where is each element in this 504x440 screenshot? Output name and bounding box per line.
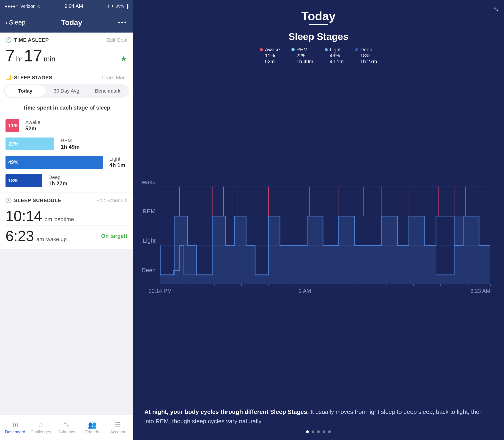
- left-content: 🕐 TIME ASLEEP Edit Goal 7 hr 17 min ★ 🌙 …: [0, 33, 133, 415]
- guidance-icon: ✎: [64, 421, 69, 429]
- nav-bar: ‹ Sleep Today •••: [0, 12, 133, 33]
- description-strong: At night, your body cycles through diffe…: [144, 408, 309, 415]
- rem-pct: 22%: [8, 141, 18, 147]
- legend-deep: Deep 18% 1h 27m: [355, 47, 377, 65]
- light-legend-dot: [325, 48, 328, 51]
- rem-name: REM: [61, 138, 80, 144]
- time-asleep-header: 🕐 TIME ASLEEP Edit Goal: [0, 33, 133, 45]
- stages-tabs: Today 30 Day Avg Benchmark: [4, 84, 129, 98]
- deep-time: 1h 27m: [49, 180, 68, 187]
- back-button[interactable]: ‹ Sleep: [5, 19, 26, 26]
- hr-unit: hr: [16, 55, 22, 63]
- page-dot-1[interactable]: [306, 430, 309, 433]
- light-legend-pct: 49%: [325, 53, 340, 59]
- light-label: Light 4h 1m: [109, 156, 125, 168]
- legend-light: Light 49% 4h 1m: [325, 47, 344, 65]
- awake-label: Awake 52m: [26, 119, 41, 132]
- page-dot-5[interactable]: [328, 430, 331, 433]
- carrier-name: Verizon: [20, 4, 36, 9]
- rem-label: REM 1h 49m: [61, 138, 80, 150]
- deep-label: Deep 1h 27m: [49, 174, 68, 187]
- schedule-title: 🕐 SLEEP SCHEDULE: [5, 198, 61, 204]
- legend-awake: Awake 11% 52m: [260, 47, 280, 65]
- friends-icon: 👥: [88, 421, 96, 429]
- page-dot-2[interactable]: [312, 430, 314, 433]
- rem-legend-time: 1h 49m: [291, 59, 313, 65]
- guidance-label: Guidance: [57, 430, 75, 435]
- wakeup-display: 6:23 am wake up On target!: [0, 226, 133, 249]
- wakeup-label: wake up: [46, 236, 67, 242]
- deep-bar: 18%: [5, 174, 42, 187]
- x-label-start: 10:14 PM: [149, 288, 172, 294]
- awake-legend-pct: 11%: [260, 53, 275, 59]
- star-icon: ★: [120, 54, 127, 64]
- bottom-tab-bar: ⊞ Dashboard ☆ Challenges ✎ Guidance 👥 Fr…: [0, 415, 133, 440]
- tab-30day[interactable]: 30 Day Avg: [46, 85, 87, 97]
- learn-more-button[interactable]: Learn More: [101, 75, 127, 81]
- legend-deep-header: Deep: [355, 47, 372, 53]
- awake-bar: 11%: [5, 119, 19, 132]
- signal-dots: ●●●●○: [5, 4, 18, 9]
- legend-rem-header: REM: [291, 47, 308, 53]
- sleep-stages-title: 🌙 SLEEP STAGES: [5, 75, 52, 81]
- title-underline: [309, 24, 327, 25]
- light-bar-row: 49% Light 4h 1m: [0, 153, 133, 171]
- sleep-schedule-card: 🕐 SLEEP SCHEDULE Edit Schedule 10:14 pm …: [0, 193, 133, 249]
- back-label: Sleep: [9, 19, 26, 26]
- legend-rem: REM 22% 1h 49m: [291, 47, 313, 65]
- page-dot-4[interactable]: [323, 430, 325, 433]
- challenges-label: Challenges: [30, 430, 51, 435]
- time-asleep-card: 🕐 TIME ASLEEP Edit Goal 7 hr 17 min ★: [0, 33, 133, 70]
- x-label-end: 6:23 AM: [470, 288, 490, 294]
- status-icons: ↑ ✦ 99% ▐: [108, 4, 128, 9]
- awake-pct: 11%: [8, 123, 18, 129]
- bedtime-display: 10:14 pm bedtime: [0, 206, 133, 225]
- tab-challenges[interactable]: ☆ Challenges: [28, 421, 54, 435]
- awake-time: 52m: [26, 125, 41, 132]
- dashboard-icon: ⊞: [12, 421, 18, 429]
- bedtime-ampm: pm: [44, 216, 52, 222]
- deep-legend-pct: 18%: [355, 53, 370, 59]
- chevron-left-icon: ‹: [5, 19, 8, 26]
- time-display: 7 hr 17 min ★: [0, 45, 133, 70]
- hours-value: 7: [5, 46, 15, 65]
- page-dot-3[interactable]: [317, 430, 320, 433]
- edit-goal-button[interactable]: Edit Goal: [107, 37, 128, 43]
- tab-dashboard[interactable]: ⊞ Dashboard: [2, 421, 28, 435]
- dashboard-label: Dashboard: [5, 430, 25, 435]
- awake-name: Awake: [26, 119, 41, 125]
- light-time: 4h 1m: [109, 162, 125, 168]
- pagination: [142, 430, 495, 433]
- tab-friends[interactable]: 👥 Friends: [79, 421, 105, 435]
- awake-legend-time: 52m: [260, 59, 275, 65]
- deep-legend-name: Deep: [360, 47, 372, 53]
- more-button[interactable]: •••: [118, 19, 127, 26]
- light-name: Light: [109, 156, 125, 162]
- schedule-header: 🕐 SLEEP SCHEDULE Edit Schedule: [0, 193, 133, 206]
- light-legend-name: Light: [330, 47, 341, 53]
- min-unit: min: [44, 55, 56, 63]
- y-label-deep: Deep: [142, 267, 156, 273]
- tab-benchmark[interactable]: Benchmark: [87, 85, 128, 97]
- deep-legend-dot: [355, 48, 358, 51]
- legend-awake-header: Awake: [260, 47, 280, 53]
- edit-schedule-button[interactable]: Edit Schedule: [96, 198, 127, 204]
- sleep-stages-card: 🌙 SLEEP STAGES Learn More Today 30 Day A…: [0, 70, 133, 192]
- y-label-rem: REM: [142, 208, 156, 215]
- tab-account[interactable]: ☰ Account: [105, 421, 131, 435]
- time-asleep-title: 🕐 TIME ASLEEP: [5, 37, 49, 43]
- awake-bar-row: 11% Awake 52m: [0, 116, 133, 135]
- x-label-mid: 2 AM: [299, 288, 311, 294]
- deep-bar-row: 18% Deep 1h 27m: [0, 171, 133, 192]
- battery-icon: ▐: [125, 4, 128, 9]
- expand-icon[interactable]: ⤡: [493, 5, 499, 13]
- tab-today[interactable]: Today: [5, 85, 46, 97]
- minutes-value: 17: [24, 46, 42, 65]
- sleep-stages-header: 🌙 SLEEP STAGES Learn More: [0, 70, 133, 84]
- rem-bar: 22%: [5, 138, 54, 150]
- on-target-badge: On target!: [101, 233, 127, 239]
- account-label: Account: [110, 430, 125, 435]
- rem-legend-name: REM: [297, 47, 308, 53]
- chart-title: Sleep Stages: [142, 31, 495, 42]
- tab-guidance[interactable]: ✎ Guidance: [54, 421, 79, 435]
